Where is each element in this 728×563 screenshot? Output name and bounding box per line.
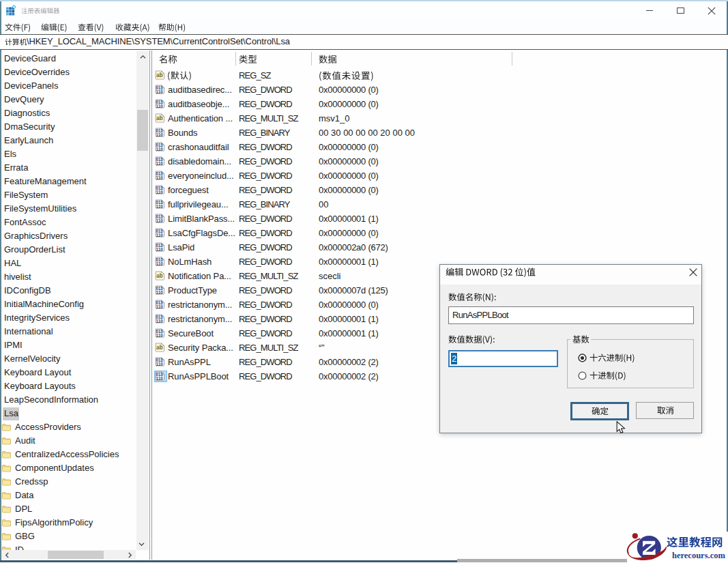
svg-text:110: 110: [156, 132, 163, 137]
svg-text:110: 110: [156, 233, 163, 237]
svg-text:110: 110: [156, 319, 163, 323]
svg-text:110: 110: [156, 362, 163, 366]
svg-text:110: 110: [156, 304, 163, 309]
svg-text:110: 110: [156, 218, 163, 223]
svg-text:ab: ab: [156, 272, 163, 279]
svg-text:110: 110: [156, 147, 163, 151]
svg-text:110: 110: [156, 161, 163, 166]
svg-text:110: 110: [156, 104, 163, 109]
svg-text:ab: ab: [156, 344, 163, 351]
svg-text:110: 110: [156, 290, 163, 295]
svg-text:110: 110: [156, 247, 163, 252]
svg-text:110: 110: [156, 333, 163, 338]
svg-text:110: 110: [156, 89, 163, 94]
svg-text:110: 110: [156, 190, 163, 194]
svg-text:ab: ab: [156, 72, 163, 78]
svg-text:110: 110: [156, 261, 163, 266]
svg-text:110: 110: [156, 376, 163, 381]
svg-text:ab: ab: [156, 115, 163, 121]
svg-text:110: 110: [156, 204, 163, 209]
svg-text:110: 110: [156, 175, 163, 180]
